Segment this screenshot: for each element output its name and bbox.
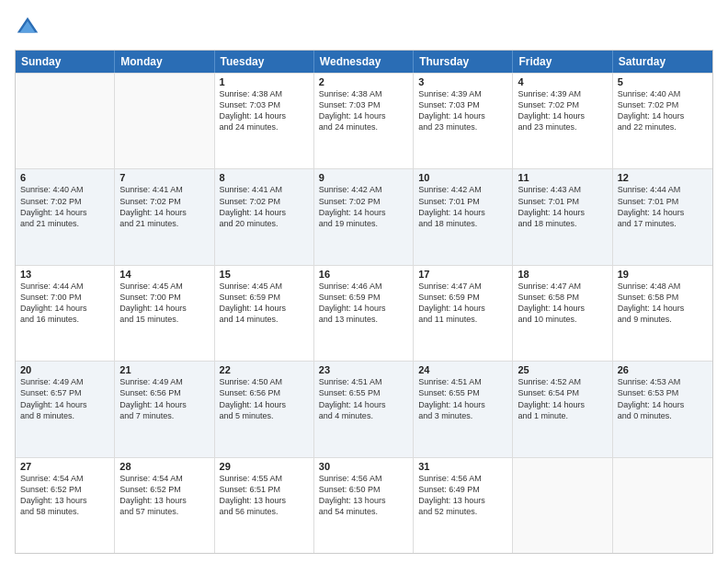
cell-line: and 18 minutes. [518,218,607,229]
cell-line: Sunset: 7:00 PM [119,292,209,303]
day-number: 23 [319,364,408,375]
calendar-cell: 2Sunrise: 4:38 AMSunset: 7:03 PMDaylight… [314,74,414,168]
cell-line: Daylight: 14 hours [319,207,408,218]
cell-line: Sunrise: 4:49 AM [20,376,109,387]
cell-line: Sunrise: 4:40 AM [20,184,109,195]
cell-line: and 0 minutes. [618,410,708,421]
calendar-cell [613,458,712,553]
cell-line: Sunset: 7:02 PM [319,196,408,207]
cal-header-cell: Saturday [613,51,712,73]
cell-line: and 13 minutes. [319,314,408,325]
day-number: 27 [20,461,109,472]
cell-line: Daylight: 14 hours [418,399,507,410]
cell-line: and 22 minutes. [618,121,708,132]
cell-line: Daylight: 14 hours [518,399,607,410]
calendar-cell: 19Sunrise: 4:48 AMSunset: 6:58 PMDayligh… [613,266,712,361]
calendar-cell: 20Sunrise: 4:49 AMSunset: 6:57 PMDayligh… [16,362,115,456]
cell-line: and 20 minutes. [220,218,309,229]
day-number: 24 [418,364,507,375]
cell-line: Sunset: 6:56 PM [119,387,209,398]
cell-line: Sunrise: 4:56 AM [319,473,408,484]
cell-line: Sunrise: 4:38 AM [220,88,309,99]
calendar-header: SundayMondayTuesdayWednesdayThursdayFrid… [16,51,712,73]
cell-line: Sunset: 6:54 PM [518,387,607,398]
cell-line: Sunrise: 4:41 AM [119,184,209,195]
calendar-cell: 7Sunrise: 4:41 AMSunset: 7:02 PMDaylight… [115,169,214,264]
header [15,15,713,40]
cell-line: and 52 minutes. [418,506,507,517]
day-number: 26 [618,364,708,375]
calendar-cell: 23Sunrise: 4:51 AMSunset: 6:55 PMDayligh… [314,362,414,456]
cell-line: Sunrise: 4:39 AM [418,88,507,99]
calendar-cell: 3Sunrise: 4:39 AMSunset: 7:03 PMDaylight… [414,74,513,168]
cell-line: Sunrise: 4:53 AM [618,376,708,387]
cell-line: Daylight: 14 hours [518,110,607,121]
cell-line: and 23 minutes. [518,121,607,132]
cell-line: Sunrise: 4:49 AM [119,376,209,387]
cell-line: Daylight: 14 hours [220,110,309,121]
cell-line: and 3 minutes. [418,410,507,421]
cell-line: Sunset: 6:56 PM [220,387,309,398]
day-number: 15 [220,269,309,280]
calendar-cell: 6Sunrise: 4:40 AMSunset: 7:02 PMDaylight… [16,169,115,264]
day-number: 9 [319,172,408,183]
cell-line: Sunset: 7:01 PM [518,196,607,207]
cell-line: Daylight: 13 hours [418,495,507,506]
cell-line: Daylight: 13 hours [220,495,309,506]
cell-line: Sunrise: 4:44 AM [20,281,109,292]
cell-line: Sunset: 7:02 PM [119,196,209,207]
cell-line: Sunrise: 4:41 AM [220,184,309,195]
cell-line: and 16 minutes. [20,314,109,325]
cell-line: and 24 minutes. [220,121,309,132]
day-number: 11 [518,172,607,183]
cell-line: Sunset: 6:58 PM [518,292,607,303]
calendar-cell [16,74,115,168]
day-number: 4 [518,76,607,87]
cell-line: and 7 minutes. [119,410,209,421]
calendar-cell [513,458,612,553]
cell-line: Sunset: 6:52 PM [20,484,109,495]
calendar-cell: 13Sunrise: 4:44 AMSunset: 7:00 PMDayligh… [16,266,115,361]
calendar-cell: 28Sunrise: 4:54 AMSunset: 6:52 PMDayligh… [115,458,214,553]
cell-line: and 4 minutes. [319,410,408,421]
cell-line: and 57 minutes. [119,506,209,517]
cell-line: Sunrise: 4:44 AM [618,184,708,195]
cell-line: Sunset: 6:52 PM [119,484,209,495]
cell-line: Sunrise: 4:45 AM [119,281,209,292]
day-number: 8 [220,172,309,183]
day-number: 19 [618,269,708,280]
cell-line: Daylight: 14 hours [418,207,507,218]
cell-line: Sunrise: 4:52 AM [518,376,607,387]
cell-line: Daylight: 14 hours [20,207,109,218]
cell-line: Sunrise: 4:42 AM [319,184,408,195]
cell-line: Daylight: 14 hours [20,399,109,410]
cell-line: Daylight: 13 hours [319,495,408,506]
cell-line: Daylight: 14 hours [618,207,708,218]
cell-line: Sunset: 6:49 PM [418,484,507,495]
day-number: 20 [20,364,109,375]
calendar-row: 13Sunrise: 4:44 AMSunset: 7:00 PMDayligh… [16,265,712,361]
calendar-row: 27Sunrise: 4:54 AMSunset: 6:52 PMDayligh… [16,457,712,553]
day-number: 17 [418,269,507,280]
cell-line: Sunrise: 4:54 AM [20,473,109,484]
cell-line: and 23 minutes. [418,121,507,132]
calendar-row: 6Sunrise: 4:40 AMSunset: 7:02 PMDaylight… [16,168,712,264]
cell-line: and 18 minutes. [418,218,507,229]
cal-header-cell: Tuesday [215,51,314,73]
cell-line: and 17 minutes. [618,218,708,229]
calendar-cell: 5Sunrise: 4:40 AMSunset: 7:02 PMDaylight… [613,74,712,168]
day-number: 10 [418,172,507,183]
cell-line: Sunrise: 4:48 AM [618,281,708,292]
day-number: 3 [418,76,507,87]
cell-line: and 21 minutes. [119,218,209,229]
cell-line: Daylight: 14 hours [319,399,408,410]
cell-line: Sunrise: 4:46 AM [319,281,408,292]
cell-line: Daylight: 14 hours [119,207,209,218]
cal-header-cell: Sunday [16,51,115,73]
cell-line: Sunset: 6:58 PM [618,292,708,303]
cell-line: Sunset: 6:55 PM [319,387,408,398]
cell-line: and 21 minutes. [20,218,109,229]
calendar-cell: 22Sunrise: 4:50 AMSunset: 6:56 PMDayligh… [215,362,314,456]
calendar-cell: 25Sunrise: 4:52 AMSunset: 6:54 PMDayligh… [513,362,612,456]
cell-line: Sunrise: 4:38 AM [319,88,408,99]
